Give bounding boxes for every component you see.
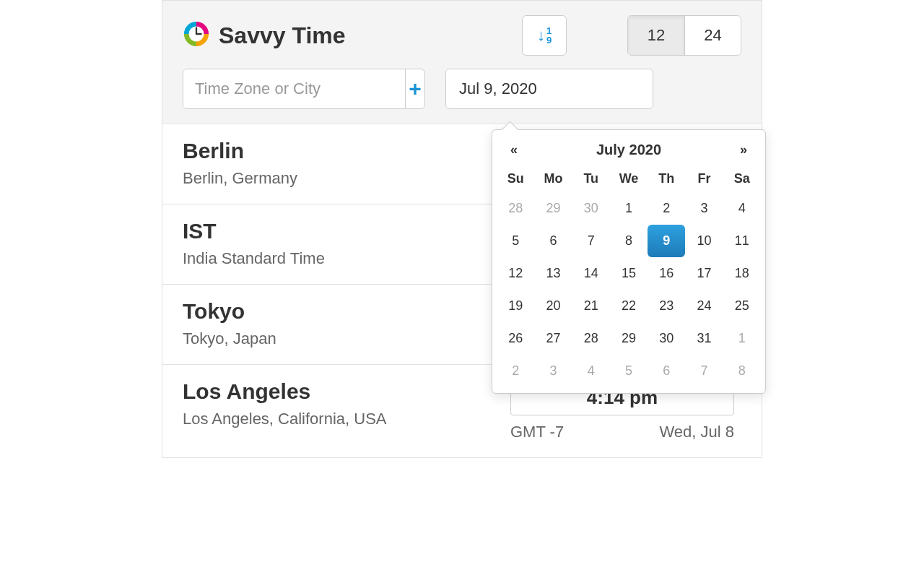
app-container: Savvy Time ↓ 1 9 12 24 [162,0,762,458]
calendar-day[interactable]: 3 [685,192,723,225]
calendar-day[interactable]: 30 [648,322,685,355]
calendar-day[interactable]: 7 [572,225,610,257]
header: Savvy Time ↓ 1 9 12 24 [162,1,762,124]
zone-sub: Tokyo, Japan [183,329,510,348]
calendar-day[interactable]: 23 [648,290,685,322]
calendar-day[interactable]: 31 [685,322,723,355]
zone-gmt: GMT -7 [510,423,564,441]
calendar-day[interactable]: 4 [572,355,610,387]
calendar-day[interactable]: 13 [534,257,572,290]
calendar-day[interactable]: 25 [723,290,761,322]
calendar-day[interactable]: 24 [685,290,723,322]
date-input[interactable] [446,69,653,108]
calendar-day[interactable]: 20 [534,290,572,322]
calendar-day[interactable]: 26 [497,322,534,355]
zone-city: Berlin [183,139,510,163]
calendar-dow: Tu [572,165,610,192]
calendar-title: July 2020 [596,142,661,158]
logo-icon [183,20,210,51]
calendar-day[interactable]: 1 [610,192,648,225]
calendar-day[interactable]: 12 [497,257,534,290]
calendar-day[interactable]: 16 [648,257,685,290]
calendar-day[interactable]: 14 [572,257,610,290]
calendar-day[interactable]: 5 [497,225,534,257]
calendar-grid: SuMoTuWeThFrSa28293012345678910111213141… [497,165,761,387]
calendar-day[interactable]: 6 [534,225,572,257]
plus-icon: + [409,77,422,101]
calendar-dow: We [610,165,648,192]
calendar-prev-button[interactable]: « [505,142,523,158]
sort-digits: 1 9 [546,26,552,45]
zone-sub: Los Angeles, California, USA [183,410,510,428]
calendar-day[interactable]: 29 [610,322,648,355]
calendar-day[interactable]: 10 [685,225,723,257]
calendar-day[interactable]: 17 [685,257,723,290]
calendar-popup: « July 2020 » SuMoTuWeThFrSa282930123456… [492,129,766,394]
sort-arrow-icon: ↓ [537,26,545,45]
calendar-day[interactable]: 28 [572,322,610,355]
calendar-day[interactable]: 21 [572,290,610,322]
calendar-dow: Mo [534,165,572,192]
logo: Savvy Time [183,20,512,51]
logo-text: Savvy Time [219,22,346,49]
header-top: Savvy Time ↓ 1 9 12 24 [183,15,741,56]
calendar-day[interactable]: 27 [534,322,572,355]
calendar-day[interactable]: 9 [648,225,685,257]
calendar-next-button[interactable]: » [735,142,752,158]
calendar-day[interactable]: 6 [648,355,685,387]
calendar-day[interactable]: 4 [723,192,761,225]
calendar-day[interactable]: 2 [497,355,534,387]
zone-city: IST [183,219,510,243]
calendar-day[interactable]: 7 [685,355,723,387]
calendar-day[interactable]: 30 [572,192,610,225]
calendar-dow: Fr [685,165,723,192]
calendar-day[interactable]: 29 [534,192,572,225]
calendar-dow: Sa [723,165,761,192]
format-12-button[interactable]: 12 [628,16,684,55]
zone-city: Tokyo [183,299,510,324]
calendar-day[interactable]: 1 [723,322,761,355]
add-button[interactable]: + [405,69,424,108]
calendar-dow: Th [648,165,685,192]
search-group: + [183,69,425,109]
calendar-day[interactable]: 8 [723,355,761,387]
calendar-day[interactable]: 18 [723,257,761,290]
calendar-day[interactable]: 11 [723,225,761,257]
calendar-day[interactable]: 3 [534,355,572,387]
time-format-toggle: 12 24 [627,15,741,56]
zone-sub: India Standard Time [183,249,510,268]
calendar-day[interactable]: 8 [610,225,648,257]
zone-city: Los Angeles [183,379,510,404]
calendar-day[interactable]: 15 [610,257,648,290]
calendar-day[interactable]: 5 [610,355,648,387]
calendar-day[interactable]: 22 [610,290,648,322]
calendar-day[interactable]: 19 [497,290,534,322]
header-bottom: + [183,69,741,109]
calendar-dow: Su [497,165,534,192]
calendar-day[interactable]: 28 [497,192,534,225]
date-group [445,69,653,109]
sort-button[interactable]: ↓ 1 9 [522,15,567,56]
zone-date: Wed, Jul 8 [659,423,734,441]
zone-sub: Berlin, Germany [183,169,510,188]
calendar-day[interactable]: 2 [648,192,685,225]
format-24-button[interactable]: 24 [684,16,741,55]
search-input[interactable] [183,69,405,108]
